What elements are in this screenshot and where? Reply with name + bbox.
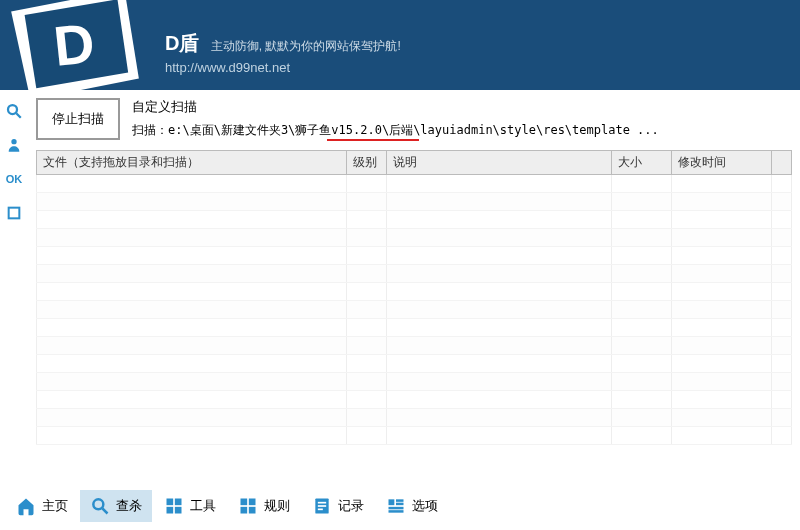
tab-home[interactable]: 主页: [6, 490, 78, 522]
sidebar-ok-label[interactable]: OK: [3, 168, 25, 190]
scan-path: 扫描：e:\桌面\新建文件夹3\狮子鱼v15.2.0\后端\layuiadmin…: [132, 122, 659, 139]
tab-rules[interactable]: 规则: [228, 490, 300, 522]
sidebar-square-icon[interactable]: [3, 202, 25, 224]
sidebar: OK: [0, 90, 28, 470]
svg-rect-19: [318, 509, 323, 511]
tab-rules-label: 规则: [264, 497, 290, 515]
app-subtitle: 主动防御, 默默为你的网站保驾护航!: [211, 39, 401, 53]
scan-path-highlight: [327, 139, 419, 141]
svg-rect-22: [396, 503, 404, 506]
col-level[interactable]: 级别: [347, 151, 387, 175]
svg-rect-24: [389, 510, 404, 513]
svg-rect-21: [396, 499, 404, 502]
svg-rect-10: [167, 507, 174, 514]
logo-letter: D: [51, 11, 98, 78]
table-row: [37, 211, 792, 229]
tab-tools[interactable]: 工具: [154, 490, 226, 522]
tab-tools-label: 工具: [190, 497, 216, 515]
bottom-tabs: 主页 查杀 工具 规则 记录 选项: [6, 486, 794, 526]
svg-rect-15: [249, 507, 256, 514]
svg-rect-13: [249, 499, 256, 506]
table-row: [37, 409, 792, 427]
sidebar-person-icon[interactable]: [3, 134, 25, 156]
table-row: [37, 265, 792, 283]
results-body: [37, 175, 792, 445]
svg-rect-17: [318, 502, 326, 504]
content-area: 停止扫描 自定义扫描 扫描：e:\桌面\新建文件夹3\狮子鱼v15.2.0\后端…: [28, 90, 800, 470]
table-row: [37, 301, 792, 319]
table-row: [37, 319, 792, 337]
svg-line-3: [16, 113, 21, 118]
options-icon: [386, 496, 406, 516]
table-row: [37, 193, 792, 211]
svg-point-4: [11, 139, 16, 144]
svg-rect-12: [241, 499, 248, 506]
svg-point-6: [93, 499, 103, 509]
scan-path-value: e:\桌面\新建文件夹3\狮子鱼v15.2.0\后端\layuiadmin\st…: [168, 123, 659, 137]
header-url[interactable]: http://www.d99net.net: [165, 60, 290, 75]
scan-title: 自定义扫描: [132, 98, 792, 116]
col-extra: [772, 151, 792, 175]
col-size[interactable]: 大小: [612, 151, 672, 175]
home-icon: [16, 496, 36, 516]
svg-rect-8: [167, 499, 174, 506]
results-table[interactable]: 文件（支持拖放目录和扫描） 级别 说明 大小 修改时间: [36, 150, 792, 445]
table-row: [37, 355, 792, 373]
svg-rect-18: [318, 505, 326, 507]
svg-rect-11: [175, 507, 182, 514]
tools-icon: [164, 496, 184, 516]
tab-log-label: 记录: [338, 497, 364, 515]
tab-home-label: 主页: [42, 497, 68, 515]
tab-options-label: 选项: [412, 497, 438, 515]
scan-path-prefix: 扫描：: [132, 123, 168, 137]
table-row: [37, 229, 792, 247]
table-row: [37, 175, 792, 193]
logo: D: [10, 0, 146, 90]
table-row: [37, 391, 792, 409]
tab-log[interactable]: 记录: [302, 490, 374, 522]
table-row: [37, 283, 792, 301]
svg-rect-9: [175, 499, 182, 506]
stop-scan-button[interactable]: 停止扫描: [36, 98, 120, 140]
scan-topbar: 停止扫描 自定义扫描 扫描：e:\桌面\新建文件夹3\狮子鱼v15.2.0\后端…: [36, 98, 792, 140]
search-icon: [90, 496, 110, 516]
header-title-block: D盾 主动防御, 默默为你的网站保驾护航!: [165, 30, 401, 57]
svg-rect-14: [241, 507, 248, 514]
tab-scan-label: 查杀: [116, 497, 142, 515]
table-row: [37, 337, 792, 355]
svg-rect-23: [389, 507, 404, 510]
col-file[interactable]: 文件（支持拖放目录和扫描）: [37, 151, 347, 175]
svg-line-7: [103, 509, 108, 514]
svg-point-2: [8, 105, 17, 114]
tab-scan[interactable]: 查杀: [80, 490, 152, 522]
tab-options[interactable]: 选项: [376, 490, 448, 522]
table-row: [37, 427, 792, 445]
svg-rect-20: [389, 499, 395, 505]
sidebar-search-icon[interactable]: [3, 100, 25, 122]
svg-rect-5: [9, 208, 20, 219]
rules-icon: [238, 496, 258, 516]
table-row: [37, 373, 792, 391]
col-desc[interactable]: 说明: [387, 151, 612, 175]
table-row: [37, 247, 792, 265]
col-mtime[interactable]: 修改时间: [672, 151, 772, 175]
app-header: D D盾 主动防御, 默默为你的网站保驾护航! http://www.d99ne…: [0, 0, 800, 90]
app-title: D盾: [165, 30, 199, 57]
log-icon: [312, 496, 332, 516]
